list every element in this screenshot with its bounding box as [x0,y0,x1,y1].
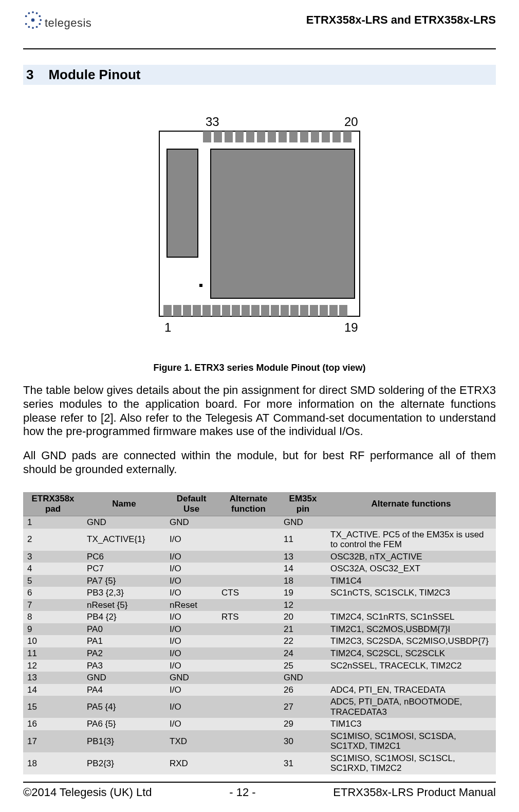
cell-alt2: TX_ACTIVE. PC5 of the EM35x is used to c… [326,529,496,551]
cell-em: 27 [280,696,326,718]
svg-rect-26 [343,131,351,142]
cell-def: I/O [165,563,217,575]
company-logo: telegesis [23,10,91,30]
cell-em: 24 [280,647,326,660]
cell-em: 14 [280,563,326,575]
cell-def: TXD [165,730,217,752]
cell-name: GND [83,672,165,684]
svg-rect-14 [214,131,222,142]
svg-rect-13 [203,131,211,142]
table-row: 13GNDGNDGND [23,672,496,684]
pin-label-19: 19 [344,320,358,334]
cell-pad: 18 [23,752,83,774]
cell-em: 31 [280,752,326,774]
footer-rule [23,782,496,783]
svg-rect-18 [257,131,265,142]
cell-name: PA1 [83,635,165,647]
svg-rect-33 [222,305,230,316]
cell-pad: 4 [23,563,83,575]
cell-name: PB3 {2,3} [83,587,165,599]
svg-rect-47 [167,149,198,257]
svg-rect-42 [310,305,318,316]
cell-em: 18 [280,575,326,587]
cell-alt2: SC1MISO, SC1MOSI, SC1SDA, SC1TXD, TIM2C1 [326,730,496,752]
cell-em: 26 [280,684,326,696]
cell-alt2 [326,672,496,684]
cell-name: PA5 {4} [83,696,165,718]
header-doc-title: ETRX358x-LRS and ETRX358x-LRS [306,10,496,27]
cell-def: I/O [165,684,217,696]
svg-rect-32 [212,305,220,316]
svg-point-0 [32,11,34,13]
table-row: 16PA6 {5}I/O29TIM1C3 [23,718,496,730]
cell-pad: 15 [23,696,83,718]
cell-alt1 [217,635,280,647]
cell-em: 29 [280,718,326,730]
cell-alt2: OSC32A, OSC32_EXT [326,563,496,575]
svg-rect-41 [300,305,308,316]
cell-alt2: TIM2C4, SC2SCL, SC2SCLK [326,647,496,660]
pin-label-33: 33 [206,116,219,129]
cell-name: PB4 {2} [83,611,165,623]
table-row: 17PB1{3}TXD30SC1MISO, SC1MOSI, SC1SDA, S… [23,730,496,752]
svg-point-7 [28,26,30,28]
svg-rect-46 [211,149,355,298]
svg-rect-23 [311,131,319,142]
svg-point-2 [39,15,41,17]
cell-name: nReset {5} [83,599,165,611]
cell-pad: 10 [23,635,83,647]
cell-name: PA7 {5} [83,575,165,587]
th-em: EM35x pin [280,492,326,516]
cell-alt2: TIM2C4, SC1nRTS, SC1nSSEL [326,611,496,623]
cell-em: 13 [280,551,326,563]
cell-alt1 [217,718,280,730]
cell-def: I/O [165,647,217,660]
svg-rect-45 [339,305,347,316]
cell-em: 11 [280,529,326,551]
table-row: 3PC6I/O13OSC32B, nTX_ACTIVE [23,551,496,563]
cell-name: PA0 [83,623,165,636]
cell-alt1 [217,623,280,636]
cell-pad: 12 [23,660,83,672]
cell-name: PC6 [83,551,165,563]
cell-name: GND [83,516,165,528]
cell-name: PA4 [83,684,165,696]
svg-rect-27 [163,305,172,316]
cell-alt1 [217,516,280,528]
cell-alt1 [217,684,280,696]
table-row: 2TX_ACTIVE{1}I/O11TX_ACTIVE. PC5 of the … [23,529,496,551]
cell-alt2: TIM1C3 [326,718,496,730]
cell-name: PB1{3} [83,730,165,752]
intro-paragraph-1: The table below gives details about the … [23,384,496,439]
th-alt2: Alternate functions [326,492,496,516]
cell-alt1: CTS [217,587,280,599]
table-row: 4PC7I/O14OSC32A, OSC32_EXT [23,563,496,575]
cell-name: TX_ACTIVE{1} [83,529,165,551]
cell-def: I/O [165,635,217,647]
cell-pad: 17 [23,730,83,752]
table-row: 10PA1I/O22TIM2C3, SC2SDA, SC2MISO,USBDP{… [23,635,496,647]
svg-rect-20 [279,131,287,142]
cell-pad: 5 [23,575,83,587]
svg-point-9 [28,12,30,14]
cell-alt2 [326,599,496,611]
cell-alt1 [217,672,280,684]
cell-def: I/O [165,696,217,718]
cell-pad: 13 [23,672,83,684]
cell-def: I/O [165,575,217,587]
cell-def: I/O [165,718,217,730]
module-pinout-diagram: 33 20 1 19 [141,116,378,337]
cell-pad: 11 [23,647,83,660]
svg-rect-43 [320,305,328,316]
cell-alt1 [217,696,280,718]
cell-def: I/O [165,611,217,623]
table-row: 9PA0I/O21TIM2C1, SC2MOS,USBDM{7}I [23,623,496,636]
page-header: telegesis ETRX358x-LRS and ETRX358x-LRS [23,10,496,46]
footer-left: ©2014 Telegesis (UK) Ltd [23,786,152,799]
cell-name: PA2 [83,647,165,660]
svg-rect-17 [246,131,254,142]
section-title: Module Pinout [48,67,140,82]
cell-em: GND [280,516,326,528]
svg-rect-31 [202,305,211,316]
svg-rect-35 [242,305,250,316]
